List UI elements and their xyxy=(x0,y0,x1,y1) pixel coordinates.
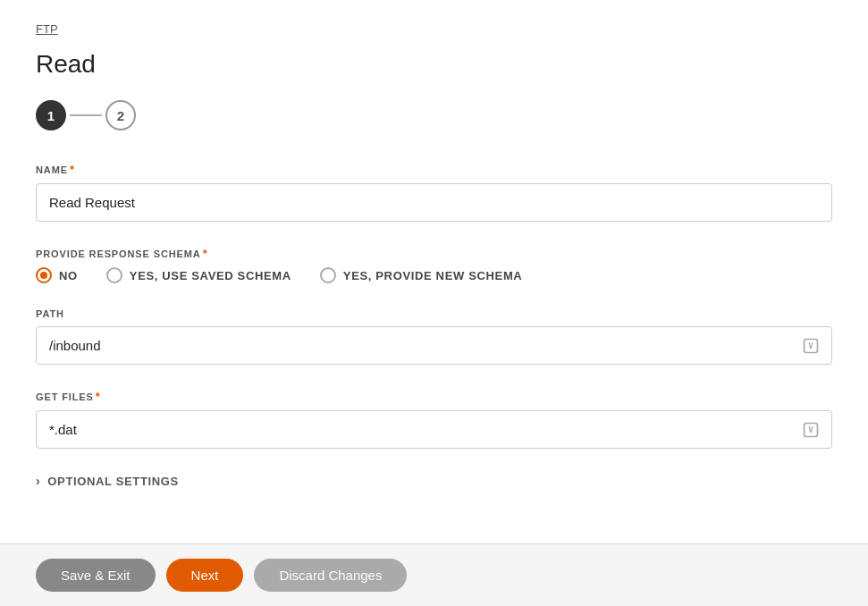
path-input-wrapper: V xyxy=(36,326,832,365)
step-2-circle: 2 xyxy=(105,100,136,130)
path-field-group: PATH V xyxy=(36,308,832,365)
radio-yes-new-label[interactable]: YES, PROVIDE NEW SCHEMA xyxy=(343,269,523,282)
get-files-field-group: GET FILES * V xyxy=(36,390,832,449)
step-1-circle: 1 xyxy=(36,100,66,130)
radio-option-yes-saved[interactable]: YES, USE SAVED SCHEMA xyxy=(106,267,291,283)
response-schema-required-marker: * xyxy=(203,247,208,260)
step-connector xyxy=(70,114,102,116)
svg-text:V: V xyxy=(808,425,813,434)
radio-yes-saved-input[interactable] xyxy=(106,267,122,283)
response-schema-label: PROVIDE RESPONSE SCHEMA * xyxy=(36,247,832,260)
name-input[interactable] xyxy=(36,183,832,222)
get-files-input[interactable] xyxy=(36,410,832,449)
radio-no-input[interactable] xyxy=(36,267,52,283)
name-label: NAME * xyxy=(36,163,832,176)
name-field-group: NAME * xyxy=(36,163,832,222)
get-files-input-wrapper: V xyxy=(36,410,832,449)
step-indicator: 1 2 xyxy=(36,100,832,130)
page-container: FTP Read 1 2 NAME * PROVIDE RESPONSE SCH… xyxy=(0,0,868,606)
chevron-right-icon: › xyxy=(36,474,40,488)
optional-settings-label: OPTIONAL SETTINGS xyxy=(47,475,179,488)
path-label: PATH xyxy=(36,308,832,319)
footer-actions: Save & Exit Next Discard Changes xyxy=(0,543,868,606)
radio-option-no[interactable]: NO xyxy=(36,267,78,283)
radio-no-label[interactable]: NO xyxy=(59,269,78,282)
radio-yes-saved-label[interactable]: YES, USE SAVED SCHEMA xyxy=(130,269,291,282)
optional-settings-toggle[interactable]: › OPTIONAL SETTINGS xyxy=(36,474,832,488)
radio-group: NO YES, USE SAVED SCHEMA YES, PROVIDE NE… xyxy=(36,267,832,283)
radio-option-yes-new[interactable]: YES, PROVIDE NEW SCHEMA xyxy=(320,267,523,283)
name-required-marker: * xyxy=(70,163,75,176)
page-title: Read xyxy=(36,50,832,79)
get-files-label: GET FILES * xyxy=(36,390,832,403)
next-button[interactable]: Next xyxy=(166,559,244,592)
response-schema-field-group: PROVIDE RESPONSE SCHEMA * NO YES, USE SA… xyxy=(36,247,832,283)
breadcrumb[interactable]: FTP xyxy=(36,22,58,36)
svg-text:V: V xyxy=(808,341,813,350)
discard-changes-button[interactable]: Discard Changes xyxy=(254,559,407,592)
save-exit-button[interactable]: Save & Exit xyxy=(36,559,156,592)
path-variable-icon[interactable]: V xyxy=(800,335,822,357)
get-files-variable-icon[interactable]: V xyxy=(800,419,822,441)
path-input[interactable] xyxy=(36,326,832,365)
radio-yes-new-input[interactable] xyxy=(320,267,336,283)
get-files-required-marker: * xyxy=(96,390,101,403)
